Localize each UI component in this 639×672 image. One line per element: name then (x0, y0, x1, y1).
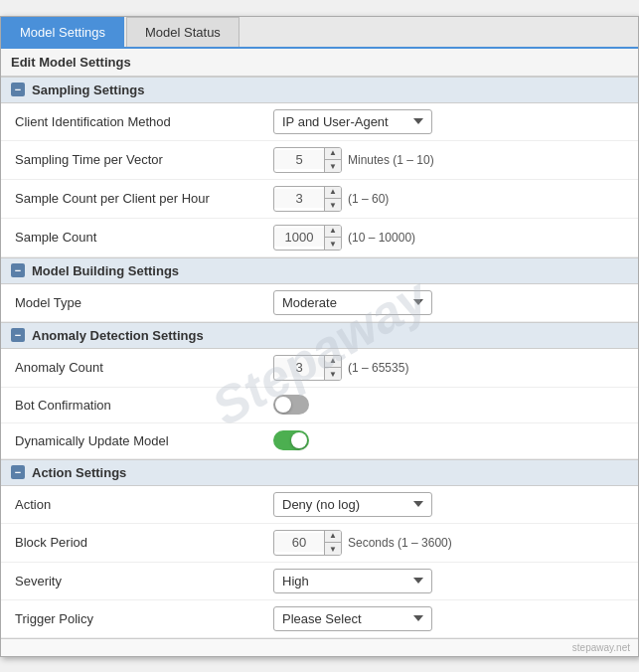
spinner-sample-count-per-client-down[interactable]: ▼ (325, 199, 341, 212)
spinner-sample-count-input[interactable] (274, 228, 324, 247)
toggle-bot-confirmation[interactable] (273, 395, 309, 415)
label-severity: Severity (15, 574, 273, 588)
model-building-header[interactable]: − Model Building Settings (1, 257, 638, 284)
sampling-settings-header[interactable]: − Sampling Settings (1, 77, 638, 103)
action-settings-section: Action Deny (no log) Deny (log) Allow Mo… (1, 486, 638, 638)
select-trigger-policy[interactable]: Please Select (273, 606, 432, 631)
field-sample-count-per-client: Sample Count per Client per Hour ▲ ▼ (1 … (1, 180, 638, 219)
spinner-block-period-up[interactable]: ▲ (325, 530, 341, 543)
label-bot-confirmation: Bot Confirmation (15, 398, 273, 413)
tab-model-settings[interactable]: Model Settings (1, 17, 124, 47)
field-model-type: Model Type Moderate Aggressive Conservat… (1, 284, 638, 322)
spinner-anomaly-count-input[interactable] (274, 358, 324, 377)
label-sample-count-per-client: Sample Count per Client per Hour (15, 191, 273, 206)
hint-block-period: Seconds (1 – 3600) (348, 536, 452, 550)
spinner-block-period: ▲ ▼ (273, 530, 342, 556)
sampling-settings-label: Sampling Settings (32, 83, 144, 97)
field-client-id-method: Client Identification Method IP and User… (1, 103, 638, 141)
toggle-dynamically-update-model[interactable] (273, 430, 309, 450)
label-trigger-policy: Trigger Policy (15, 611, 273, 626)
control-dynamically-update-model (273, 430, 624, 450)
select-model-type[interactable]: Moderate Aggressive Conservative (273, 290, 432, 315)
select-client-id-method[interactable]: IP and User-Agent IP Only User-Agent Onl… (273, 109, 432, 134)
spinner-block-period-down[interactable]: ▼ (325, 543, 341, 556)
control-sampling-time: ▲ ▼ Minutes (1 – 10) (273, 147, 624, 173)
label-sampling-time: Sampling Time per Vector (15, 152, 273, 167)
control-model-type: Moderate Aggressive Conservative (273, 290, 624, 315)
spinner-sample-count-down[interactable]: ▼ (325, 238, 341, 251)
collapse-model-building-icon[interactable]: − (11, 263, 25, 277)
control-action: Deny (no log) Deny (log) Allow Monitor (273, 492, 624, 517)
anomaly-detection-section: Anomaly Count ▲ ▼ (1 – 65535) Bot Confir… (1, 349, 638, 459)
spinner-anomaly-count: ▲ ▼ (273, 355, 342, 381)
field-anomaly-count: Anomaly Count ▲ ▼ (1 – 65535) (1, 349, 638, 388)
action-settings-label: Action Settings (32, 465, 126, 480)
spinner-block-period-input[interactable] (274, 533, 324, 552)
tab-bar: Model Settings Model Status (1, 17, 638, 49)
spinner-sample-count: ▲ ▼ (273, 225, 342, 251)
footer: stepaway.net (1, 638, 638, 656)
label-dynamically-update-model: Dynamically Update Model (15, 433, 273, 448)
select-action[interactable]: Deny (no log) Deny (log) Allow Monitor (273, 492, 432, 517)
field-bot-confirmation: Bot Confirmation (1, 388, 638, 423)
anomaly-detection-label: Anomaly Detection Settings (32, 328, 204, 343)
sampling-settings-section: Client Identification Method IP and User… (1, 103, 638, 257)
control-client-id-method: IP and User-Agent IP Only User-Agent Onl… (273, 109, 624, 134)
model-building-label: Model Building Settings (32, 263, 179, 278)
hint-sample-count: (10 – 10000) (348, 231, 415, 245)
spinner-sample-count-per-client-up[interactable]: ▲ (325, 186, 341, 199)
spinner-block-period-buttons: ▲ ▼ (324, 530, 341, 556)
label-model-type: Model Type (15, 295, 273, 310)
spinner-anomaly-count-down[interactable]: ▼ (325, 368, 341, 381)
action-settings-header[interactable]: − Action Settings (1, 459, 638, 486)
spinner-sampling-time-up[interactable]: ▲ (325, 147, 341, 160)
control-sample-count: ▲ ▼ (10 – 10000) (273, 225, 624, 251)
label-sample-count: Sample Count (15, 230, 273, 245)
collapse-action-settings-icon[interactable]: − (11, 465, 25, 479)
control-anomaly-count: ▲ ▼ (1 – 65535) (273, 355, 624, 381)
spinner-sample-count-per-client: ▲ ▼ (273, 186, 342, 212)
hint-anomaly-count: (1 – 65535) (348, 361, 408, 375)
field-action: Action Deny (no log) Deny (log) Allow Mo… (1, 486, 638, 524)
label-client-id-method: Client Identification Method (15, 114, 273, 129)
collapse-anomaly-detection-icon[interactable]: − (11, 328, 25, 342)
anomaly-detection-header[interactable]: − Anomaly Detection Settings (1, 322, 638, 349)
spinner-sampling-time-buttons: ▲ ▼ (324, 147, 341, 173)
hint-sampling-time: Minutes (1 – 10) (348, 153, 434, 167)
collapse-sampling-icon[interactable]: − (11, 83, 25, 96)
label-block-period: Block Period (15, 535, 273, 550)
field-dynamically-update-model: Dynamically Update Model (1, 423, 638, 459)
model-building-section: Model Type Moderate Aggressive Conservat… (1, 284, 638, 322)
field-sampling-time: Sampling Time per Vector ▲ ▼ Minutes (1 … (1, 141, 638, 180)
control-sample-count-per-client: ▲ ▼ (1 – 60) (273, 186, 624, 212)
label-action: Action (15, 497, 273, 512)
field-sample-count: Sample Count ▲ ▼ (10 – 10000) (1, 219, 638, 257)
spinner-anomaly-count-up[interactable]: ▲ (325, 355, 341, 368)
control-block-period: ▲ ▼ Seconds (1 – 3600) (273, 530, 624, 556)
spinner-sample-count-per-client-buttons: ▲ ▼ (324, 186, 341, 212)
spinner-sampling-time-input[interactable] (274, 150, 324, 169)
spinner-sample-count-buttons: ▲ ▼ (324, 225, 341, 251)
spinner-anomaly-count-buttons: ▲ ▼ (324, 355, 341, 381)
control-severity: High Medium Low Critical (273, 569, 624, 593)
hint-sample-count-per-client: (1 – 60) (348, 192, 389, 206)
field-block-period: Block Period ▲ ▼ Seconds (1 – 3600) (1, 524, 638, 563)
page-title: Edit Model Settings (1, 49, 638, 77)
spinner-sampling-time: ▲ ▼ (273, 147, 342, 173)
field-trigger-policy: Trigger Policy Please Select (1, 600, 638, 638)
control-trigger-policy: Please Select (273, 606, 624, 631)
tab-model-status[interactable]: Model Status (126, 17, 240, 47)
select-severity[interactable]: High Medium Low Critical (273, 569, 432, 593)
field-severity: Severity High Medium Low Critical (1, 563, 638, 600)
spinner-sampling-time-down[interactable]: ▼ (325, 160, 341, 173)
label-anomaly-count: Anomaly Count (15, 360, 273, 375)
spinner-sample-count-per-client-input[interactable] (274, 189, 324, 208)
spinner-sample-count-up[interactable]: ▲ (325, 225, 341, 238)
control-bot-confirmation (273, 395, 624, 415)
